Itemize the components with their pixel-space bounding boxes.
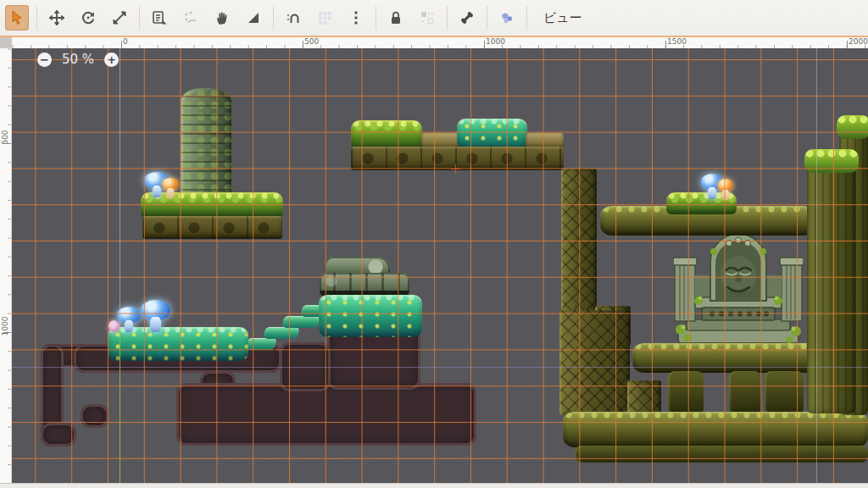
toolbar-separator	[376, 6, 376, 30]
rotate-tool-button[interactable]	[76, 5, 100, 30]
layer-list-tool-button[interactable]	[147, 5, 171, 30]
triangle-icon	[245, 9, 262, 26]
lower-platform-shadow[interactable]	[575, 446, 868, 463]
platform-a-stone[interactable]	[142, 216, 282, 239]
move-tool-button[interactable]	[45, 5, 69, 30]
more-options-button[interactable]	[344, 5, 368, 30]
bone-icon	[459, 9, 476, 26]
mushroom-blue-2[interactable]	[117, 307, 141, 332]
h-ruler-label: 0	[123, 37, 128, 46]
canvas[interactable]: − 50 % +	[12, 48, 868, 483]
obelisk[interactable]	[181, 88, 231, 200]
cave-ring-stub[interactable]	[81, 404, 108, 428]
puppet-tool-button[interactable]	[495, 5, 519, 30]
magnet-icon	[285, 9, 302, 26]
grid-toggle-tool-button[interactable]	[313, 5, 337, 30]
dots-icon	[348, 9, 364, 26]
view-menu[interactable]: ビュー	[535, 7, 591, 30]
toolbar-separator	[487, 6, 487, 30]
stair-block-1[interactable]	[246, 338, 277, 350]
guide-left-bound	[120, 48, 120, 329]
pan-ghost-icon	[17, 53, 34, 74]
puppet-icon	[498, 9, 515, 26]
marquee-icon	[419, 9, 436, 26]
toolbar-separator	[139, 6, 140, 30]
column-narrow[interactable]	[561, 169, 597, 314]
zoom-level-label: 50 %	[62, 52, 94, 67]
layers-icon	[151, 9, 168, 26]
measure-tool-button[interactable]	[242, 5, 265, 30]
lock-icon	[387, 9, 404, 26]
cave-mid[interactable]	[280, 342, 331, 391]
zoom-in-button[interactable]: +	[104, 53, 119, 67]
h-ruler-label: 2000	[849, 37, 868, 46]
stone-statue[interactable]	[673, 235, 804, 346]
cliff-right[interactable]	[807, 154, 856, 413]
statue-leg-2[interactable]	[729, 371, 761, 415]
scale-icon	[111, 9, 128, 26]
ruler-corner	[0, 37, 12, 48]
level-editor-window: ビュー 0500100015002000 5001000 − 50 % +	[0, 0, 868, 488]
snap-points-tool-button[interactable]	[179, 5, 203, 30]
toolbar: ビュー	[0, 0, 868, 37]
hand-tool-button[interactable]	[210, 5, 234, 30]
mushroom-blue-3[interactable]	[141, 300, 170, 332]
cave-ring-foot[interactable]	[41, 423, 76, 446]
rotate-icon	[80, 9, 97, 26]
mushroom-orange-1[interactable]	[162, 178, 179, 198]
lock-tool-button[interactable]	[384, 5, 408, 30]
h-ruler-label: 1500	[667, 37, 687, 46]
horizontal-ruler: 0500100015002000	[12, 37, 868, 48]
tank-platform-teal[interactable]	[319, 295, 422, 337]
move-icon	[48, 9, 65, 26]
h-ruler-label: 1000	[486, 37, 505, 46]
platform-b-grass-teal[interactable]	[457, 119, 527, 150]
platform-b-grass-green[interactable]	[351, 120, 422, 149]
statue-leg-1[interactable]	[668, 371, 704, 415]
lower-platform[interactable]	[563, 412, 868, 447]
toolbar-separator	[526, 6, 527, 30]
column-step-2[interactable]	[627, 380, 661, 416]
snap-points-icon	[182, 9, 199, 26]
column-wide[interactable]	[559, 310, 630, 415]
platform-d-teal[interactable]	[108, 327, 248, 361]
ruined-tank[interactable]	[320, 257, 409, 297]
h-ruler-label: 500	[304, 37, 319, 46]
toolbar-separator	[36, 6, 37, 30]
toolbar-separator	[447, 6, 448, 30]
marquee-tool-button[interactable]	[415, 5, 439, 30]
select-icon	[8, 9, 25, 26]
magnet-snap-tool-button[interactable]	[281, 5, 305, 30]
scale-tool-button[interactable]	[108, 5, 131, 30]
platform-b-stone[interactable]	[351, 147, 564, 170]
statue-platform[interactable]	[632, 343, 819, 373]
statue-leg-3[interactable]	[765, 371, 804, 415]
cave-body[interactable]	[176, 383, 476, 446]
toolbar-separator	[273, 6, 274, 30]
zoom-out-button[interactable]: −	[37, 53, 52, 67]
v-ruler-label: 500	[1, 126, 9, 148]
zoom-control: − 50 % +	[37, 52, 119, 67]
bone-tool-button[interactable]	[455, 5, 479, 30]
mushroom-orange-2[interactable]	[718, 179, 733, 200]
hand-icon	[214, 9, 231, 26]
stair-block-3[interactable]	[282, 316, 320, 328]
select-tool-button[interactable]	[5, 5, 29, 30]
stair-block-2[interactable]	[264, 327, 300, 339]
vertical-ruler: 5001000	[0, 48, 12, 483]
v-ruler-label: 1000	[1, 315, 9, 337]
window-bottom-edge	[0, 483, 868, 488]
grid-icon	[316, 9, 333, 26]
